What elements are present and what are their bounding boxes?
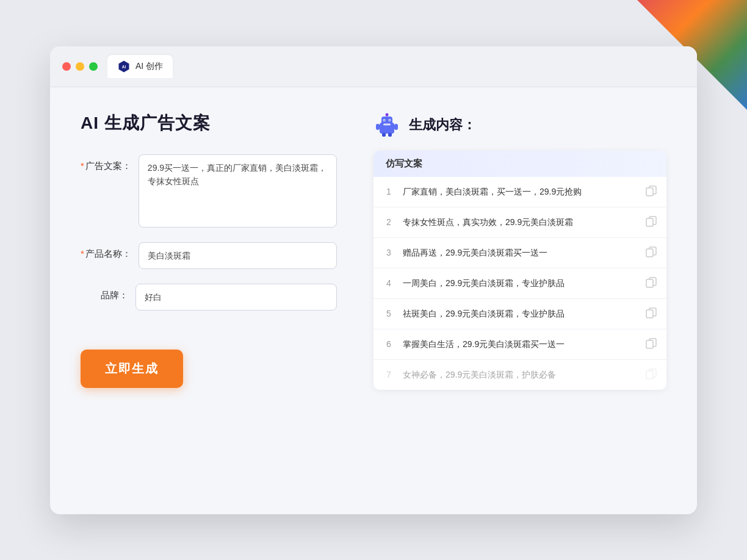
tab-label: AI 创作: [135, 61, 163, 72]
title-bar: AI AI 创作: [50, 46, 697, 87]
table-row: 3赠品再送，29.9元美白淡斑霜买一送一: [374, 238, 666, 268]
svg-rect-11: [376, 124, 380, 130]
ai-tab-icon: AI: [117, 60, 131, 73]
copy-button[interactable]: [646, 185, 657, 198]
row-number: 1: [383, 187, 394, 196]
table-row: 2专抹女性斑点，真实功效，29.9元美白淡斑霜: [374, 207, 666, 238]
result-table: 仿写文案 1厂家直销，美白淡斑霜，买一送一，29.9元抢购 2专抹女性斑点，真实…: [374, 151, 666, 390]
row-text: 祛斑美白，29.9元美白淡斑霜，专业护肤品: [403, 307, 637, 320]
result-header: 生成内容：: [374, 112, 666, 138]
svg-text:AI: AI: [122, 65, 126, 69]
copy-button[interactable]: [646, 338, 657, 351]
robot-icon: [374, 112, 400, 138]
table-row: 7女神必备，29.9元美白淡斑霜，护肤必备: [374, 360, 666, 390]
svg-rect-14: [388, 133, 392, 137]
required-star-2: *: [81, 248, 84, 259]
table-row: 4一周美白，29.9元美白淡斑霜，专业护肤品: [374, 268, 666, 299]
product-name-input[interactable]: [139, 242, 337, 269]
svg-rect-12: [394, 124, 398, 130]
svg-rect-26: [646, 340, 653, 348]
brand-input[interactable]: [135, 284, 337, 311]
copy-button[interactable]: [646, 246, 657, 259]
copy-button[interactable]: [646, 216, 657, 229]
right-panel: 生成内容： 仿写文案 1厂家直销，美白淡斑霜，买一送一，29.9元抢购 2专抹女…: [374, 112, 666, 490]
table-row: 1厂家直销，美白淡斑霜，买一送一，29.9元抢购: [374, 177, 666, 207]
row-number: 3: [383, 248, 394, 257]
ad-copy-label: *广告文案：: [81, 154, 139, 172]
table-row: 5祛斑美白，29.9元美白淡斑霜，专业护肤品: [374, 299, 666, 329]
window-controls: [62, 62, 98, 71]
row-number: 2: [383, 217, 394, 227]
row-text: 女神必备，29.9元美白淡斑霜，护肤必备: [403, 368, 637, 381]
row-number: 7: [383, 370, 394, 379]
row-number: 4: [383, 278, 394, 288]
row-text: 专抹女性斑点，真实功效，29.9元美白淡斑霜: [403, 216, 637, 229]
svg-rect-24: [646, 310, 653, 318]
table-row: 6掌握美白生活，29.9元美白淡斑霜买一送一: [374, 329, 666, 360]
browser-window: AI AI 创作 AI 生成广告文案 *广告文案： *产品名称：: [50, 46, 697, 514]
product-name-group: *产品名称：: [81, 242, 337, 269]
row-number: 6: [383, 339, 394, 349]
row-text: 赠品再送，29.9元美白淡斑霜买一送一: [403, 246, 637, 259]
copy-button[interactable]: [646, 307, 657, 320]
page-title: AI 生成广告文案: [81, 112, 337, 135]
svg-rect-18: [646, 218, 653, 226]
svg-rect-10: [383, 123, 391, 125]
row-number: 5: [383, 309, 394, 318]
minimize-button[interactable]: [76, 62, 84, 71]
table-header: 仿写文案: [374, 151, 666, 177]
generate-button[interactable]: 立即生成: [81, 350, 183, 388]
svg-rect-16: [646, 188, 653, 196]
required-star-1: *: [81, 160, 84, 171]
main-content: AI 生成广告文案 *广告文案： *产品名称： 品牌： 立即生成: [50, 87, 697, 514]
ad-copy-input[interactable]: [139, 154, 337, 228]
left-panel: AI 生成广告文案 *广告文案： *产品名称： 品牌： 立即生成: [81, 112, 337, 490]
brand-group: 品牌：: [81, 284, 337, 311]
svg-rect-13: [382, 133, 386, 137]
svg-point-8: [384, 120, 385, 121]
svg-rect-22: [646, 279, 653, 287]
product-name-label: *产品名称：: [81, 242, 139, 260]
close-button[interactable]: [62, 62, 71, 71]
ai-tab[interactable]: AI AI 创作: [107, 55, 173, 78]
result-rows-container: 1厂家直销，美白淡斑霜，买一送一，29.9元抢购 2专抹女性斑点，真实功效，29…: [374, 177, 666, 390]
row-text: 一周美白，29.9元美白淡斑霜，专业护肤品: [403, 277, 637, 290]
row-text: 厂家直销，美白淡斑霜，买一送一，29.9元抢购: [403, 185, 637, 198]
copy-button[interactable]: [646, 277, 657, 290]
svg-point-9: [389, 120, 391, 121]
brand-label: 品牌：: [81, 284, 135, 301]
result-title: 生成内容：: [409, 116, 476, 134]
row-text: 掌握美白生活，29.9元美白淡斑霜买一送一: [403, 338, 637, 351]
svg-rect-28: [646, 371, 653, 379]
copy-button[interactable]: [646, 368, 657, 381]
svg-point-4: [386, 113, 389, 116]
maximize-button[interactable]: [89, 62, 98, 71]
ad-copy-group: *广告文案：: [81, 154, 337, 228]
svg-rect-20: [646, 249, 653, 257]
